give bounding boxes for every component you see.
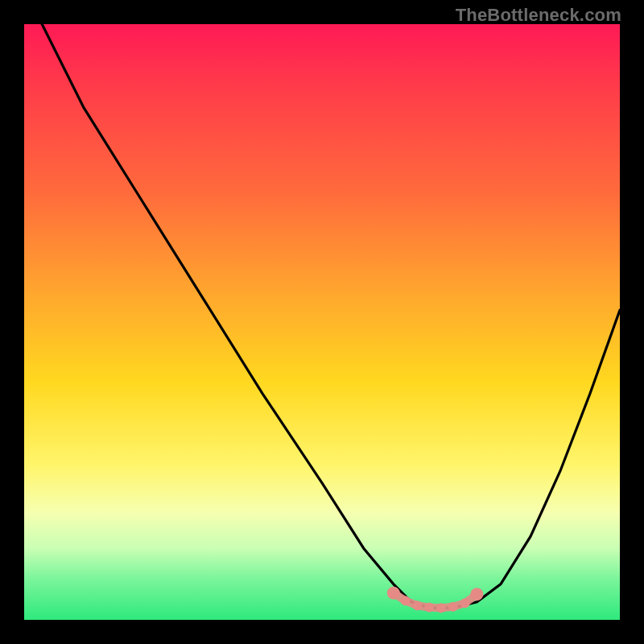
svg-point-2: [412, 601, 422, 610]
bottleneck-curve: [42, 24, 620, 608]
svg-point-6: [460, 598, 470, 608]
svg-point-1: [401, 596, 411, 605]
watermark-text: TheBottleneck.com: [456, 5, 621, 26]
svg-point-7: [470, 588, 483, 601]
svg-point-5: [448, 602, 458, 612]
svg-point-0: [387, 587, 400, 600]
svg-point-4: [436, 603, 446, 613]
plot-area: [24, 24, 620, 620]
svg-point-3: [424, 603, 434, 613]
chart-svg: [24, 24, 620, 620]
chart-frame: TheBottleneck.com: [0, 0, 644, 644]
